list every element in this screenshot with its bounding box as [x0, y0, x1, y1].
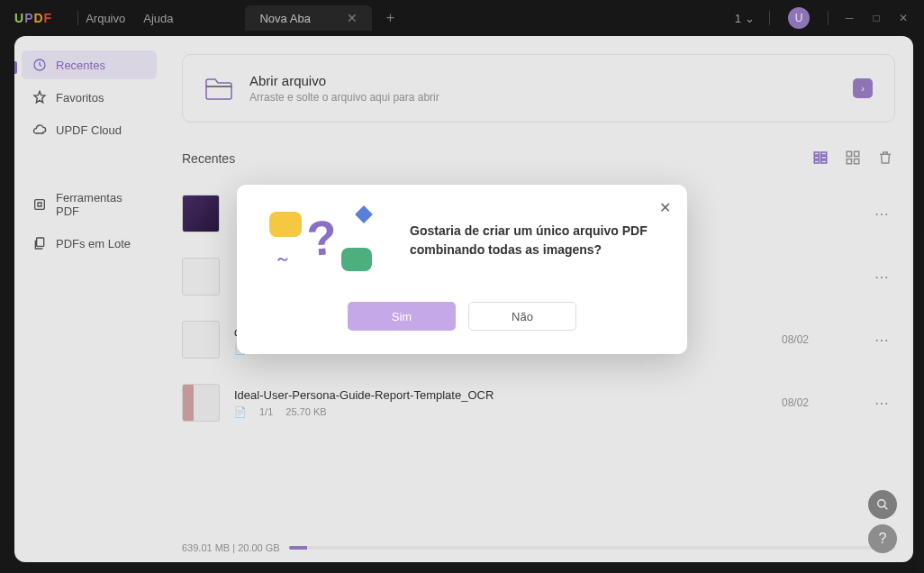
close-icon[interactable]: ✕ [659, 199, 671, 216]
modal-overlay: ✕ ? ～ Gostaria de criar um único arquivo… [0, 0, 924, 573]
no-button[interactable]: Não [468, 302, 576, 331]
modal-illustration: ? ～ [262, 205, 388, 277]
yes-button[interactable]: Sim [348, 302, 456, 331]
modal-text: Gostaria de criar um único arquivo PDF c… [410, 222, 662, 259]
modal-buttons: Sim Não [262, 302, 662, 331]
combine-images-modal: ✕ ? ～ Gostaria de criar um único arquivo… [237, 185, 687, 354]
